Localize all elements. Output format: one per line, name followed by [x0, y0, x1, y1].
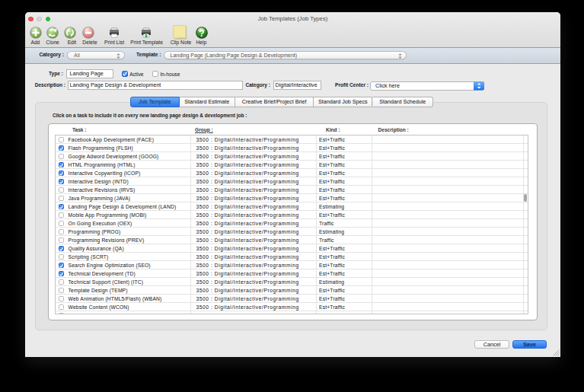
svg-text:?: ?	[199, 27, 204, 38]
